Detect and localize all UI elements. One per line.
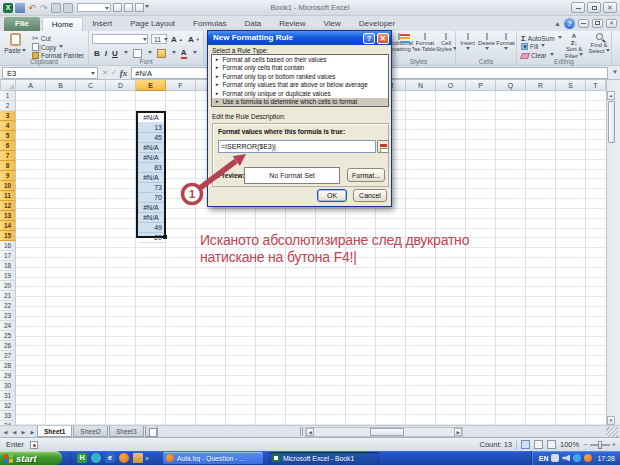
borders-icon[interactable] bbox=[133, 49, 142, 58]
row-header-33[interactable]: 33 bbox=[0, 411, 16, 421]
start-button[interactable]: start bbox=[0, 451, 62, 465]
cell-styles-button[interactable]: CellStyles bbox=[436, 33, 456, 53]
resize-grip[interactable] bbox=[606, 427, 618, 437]
row-header-18[interactable]: 18 bbox=[0, 261, 16, 271]
cell-E3[interactable]: #N/A bbox=[138, 113, 164, 123]
scroll-down-icon[interactable]: ▼ bbox=[607, 416, 615, 425]
tab-formulas[interactable]: Formulas bbox=[184, 17, 235, 31]
column-header-F[interactable]: F bbox=[166, 80, 196, 91]
selected-range-E3-E15[interactable]: #N/A1345#N/A#N/A83#N/A7370#N/A#N/A4920 bbox=[136, 111, 166, 239]
font-name-combo[interactable] bbox=[92, 34, 148, 44]
skype-icon[interactable] bbox=[573, 454, 581, 462]
underline-button[interactable]: U bbox=[112, 49, 118, 58]
row-header-29[interactable]: 29 bbox=[0, 371, 16, 381]
cancel-button[interactable]: Cancel bbox=[353, 189, 387, 202]
column-header-B[interactable]: B bbox=[46, 80, 76, 91]
cell-E13[interactable]: #N/A bbox=[138, 213, 164, 223]
tab-developer[interactable]: Developer bbox=[350, 17, 404, 31]
fill-handle[interactable] bbox=[163, 235, 167, 239]
minimize-ribbon-icon[interactable]: ▲ bbox=[554, 20, 561, 27]
cell-E12[interactable]: #N/A bbox=[138, 203, 164, 213]
horizontal-scrollbar[interactable]: ◀ ▶ bbox=[305, 427, 463, 437]
tab-view[interactable]: View bbox=[315, 17, 350, 31]
cell-E8[interactable]: 83 bbox=[138, 163, 164, 173]
minimize-button[interactable] bbox=[571, 2, 585, 13]
first-sheet-icon[interactable]: ◀ bbox=[2, 429, 9, 435]
sort-filter-button[interactable]: AZ↓ Sort &Filter bbox=[562, 33, 586, 59]
row-header-2[interactable]: 2 bbox=[0, 101, 16, 111]
vertical-scrollbar[interactable]: ▲ ▼ bbox=[606, 80, 614, 425]
cell-E15[interactable]: 20 bbox=[138, 233, 164, 243]
column-header-N[interactable]: N bbox=[406, 80, 436, 91]
cell-E10[interactable]: 73 bbox=[138, 183, 164, 193]
zoom-out-icon[interactable]: − bbox=[583, 440, 587, 449]
row-header-12[interactable]: 12 bbox=[0, 201, 16, 211]
fill-color-icon[interactable] bbox=[157, 49, 166, 58]
cell-E14[interactable]: 49 bbox=[138, 223, 164, 233]
tab-insert[interactable]: Insert bbox=[83, 17, 121, 31]
normal-view-button[interactable] bbox=[521, 440, 530, 449]
rule-type-option[interactable]: ►Format only values that are above or be… bbox=[212, 81, 388, 90]
row-header-27[interactable]: 27 bbox=[0, 351, 16, 361]
row-header-26[interactable]: 26 bbox=[0, 341, 16, 351]
rule-type-option[interactable]: ►Use a formula to determine which cells … bbox=[212, 98, 388, 107]
row-header-25[interactable]: 25 bbox=[0, 331, 16, 341]
workbook-close-button[interactable]: ✕ bbox=[606, 19, 617, 28]
name-box[interactable]: E3 bbox=[2, 67, 98, 79]
copy-button[interactable]: Copy bbox=[32, 43, 63, 51]
page-break-view-button[interactable] bbox=[547, 440, 556, 449]
row-header-23[interactable]: 23 bbox=[0, 311, 16, 321]
insert-worksheet-tab[interactable] bbox=[145, 426, 158, 437]
cell-E7[interactable]: #N/A bbox=[138, 153, 164, 163]
enter-entry-icon[interactable]: ✓ bbox=[111, 69, 117, 77]
fill-button[interactable]: ▼Fill bbox=[521, 43, 545, 50]
row-header-6[interactable]: 6 bbox=[0, 141, 16, 151]
tab-page-layout[interactable]: Page Layout bbox=[121, 17, 184, 31]
firefox-icon[interactable] bbox=[119, 453, 129, 463]
cut-button[interactable]: ✂Cut bbox=[32, 34, 51, 43]
dialog-close-button[interactable]: ✕ bbox=[377, 33, 389, 44]
row-header-10[interactable]: 10 bbox=[0, 181, 16, 191]
column-header-A[interactable]: A bbox=[16, 80, 46, 91]
column-header-D[interactable]: D bbox=[106, 80, 136, 91]
sheet-tab-sheet1[interactable]: Sheet1 bbox=[37, 426, 72, 437]
row-header-17[interactable]: 17 bbox=[0, 251, 16, 261]
tab-home[interactable]: Home bbox=[42, 17, 83, 31]
row-header-14[interactable]: 14 bbox=[0, 221, 16, 231]
row-header-21[interactable]: 21 bbox=[0, 291, 16, 301]
bold-button[interactable]: B bbox=[94, 49, 100, 58]
sheet-tab-sheet3[interactable]: Sheet3 bbox=[109, 426, 144, 437]
ok-button[interactable]: OK bbox=[317, 189, 347, 202]
keyboard-icon[interactable] bbox=[551, 454, 559, 462]
close-button[interactable]: ✕ bbox=[603, 2, 617, 13]
column-header-T[interactable]: T bbox=[586, 80, 606, 91]
range-selector-button[interactable] bbox=[377, 140, 389, 153]
help-button[interactable]: ? bbox=[564, 18, 575, 29]
format-as-table-button[interactable]: Formatas Table bbox=[414, 33, 436, 53]
row-header-1[interactable]: 1 bbox=[0, 91, 16, 101]
workbook-minimize-button[interactable] bbox=[578, 19, 589, 28]
rule-type-option[interactable]: ►Format only top or bottom ranked values bbox=[212, 72, 388, 81]
vertical-scroll-thumb[interactable] bbox=[608, 101, 615, 143]
row-header-13[interactable]: 13 bbox=[0, 211, 16, 221]
row-header-16[interactable]: 16 bbox=[0, 241, 16, 251]
column-header-C[interactable]: C bbox=[76, 80, 106, 91]
shrink-font-button[interactable]: A▼ bbox=[188, 35, 200, 44]
row-header-30[interactable]: 30 bbox=[0, 381, 16, 391]
tab-split-handle[interactable] bbox=[300, 427, 303, 436]
row-header-8[interactable]: 8 bbox=[0, 161, 16, 171]
cell-E9[interactable]: #N/A bbox=[138, 173, 164, 183]
row-header-7[interactable]: 7 bbox=[0, 151, 16, 161]
row-header-5[interactable]: 5 bbox=[0, 131, 16, 141]
cell-E11[interactable]: 70 bbox=[138, 193, 164, 203]
row-header-32[interactable]: 32 bbox=[0, 401, 16, 411]
zoom-level[interactable]: 100% bbox=[560, 440, 579, 449]
rule-type-option[interactable]: ►Format all cells based on their values bbox=[212, 55, 388, 64]
column-header-P[interactable]: P bbox=[466, 80, 496, 91]
scroll-right-icon[interactable]: ▶ bbox=[454, 428, 462, 436]
last-sheet-icon[interactable]: ▶ bbox=[29, 429, 36, 435]
row-header-3[interactable]: 3 bbox=[0, 111, 16, 121]
volume-icon[interactable] bbox=[562, 454, 570, 462]
zoom-slider[interactable]: − + bbox=[583, 440, 616, 449]
language-indicator[interactable]: EN bbox=[539, 455, 549, 462]
